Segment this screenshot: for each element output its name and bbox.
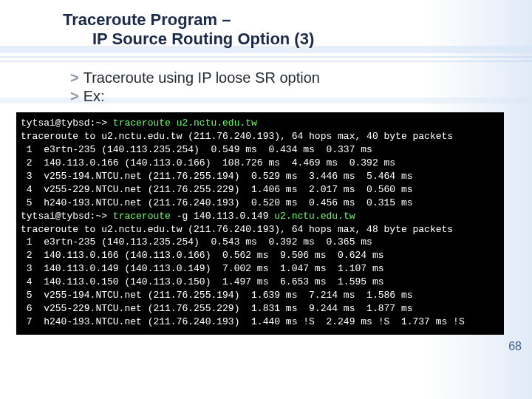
terminal-line: traceroute to u2.nctu.edu.tw (211.76.240… (21, 131, 453, 142)
terminal-line: 3 v255-194.NTCU.net (211.76.255.194) 0.5… (21, 171, 413, 182)
chevron-icon: > (70, 69, 79, 86)
command-arg-highlight: -g 140.113.0.149 (177, 211, 269, 222)
bullet-text: Ex: (83, 88, 105, 104)
command: traceroute u2.nctu.edu.tw (113, 117, 257, 129)
title-line-1: Traceroute Program – (63, 10, 231, 29)
bullet-list: >Traceroute using IP loose SR option >Ex… (70, 68, 320, 106)
terminal-line: 1 e3rtn-235 (140.113.235.254) 0.549 ms 0… (21, 144, 372, 155)
slide: Traceroute Program – IP Source Routing O… (0, 0, 532, 399)
slide-title: Traceroute Program – IP Source Routing O… (63, 10, 502, 50)
decor-band (0, 61, 532, 62)
terminal-line: 5 v255-194.NTCU.net (211.76.255.194) 1.6… (21, 290, 413, 301)
bullet-item: >Ex: (70, 88, 320, 105)
prompt: tytsai@tybsd:~> (21, 117, 113, 129)
decor-band (0, 56, 532, 58)
terminal-line: 2 140.113.0.166 (140.113.0.166) 108.726 … (21, 157, 395, 168)
chevron-icon: > (70, 88, 79, 104)
title-line-2: IP Source Routing Option (3) (63, 30, 502, 49)
terminal-line: 1 e3rtn-235 (140.113.235.254) 0.543 ms 0… (21, 236, 372, 248)
terminal-line: 5 h240-193.NTCU.net (211.76.240.193) 0.5… (21, 197, 413, 208)
terminal-line: 3 140.113.0.149 (140.113.0.149) 7.002 ms… (21, 263, 383, 274)
bullet-item: >Traceroute using IP loose SR option (70, 69, 320, 86)
terminal-output: tytsai@tybsd:~> traceroute u2.nctu.edu.t… (16, 112, 504, 335)
terminal-line: 2 140.113.0.166 (140.113.0.166) 0.562 ms… (21, 250, 383, 261)
terminal-line: 4 140.113.0.150 (140.113.0.150) 1.497 ms… (21, 276, 383, 287)
terminal-line: 6 v255-229.NTCU.net (211.76.255.229) 1.8… (21, 303, 413, 314)
bullet-text: Traceroute using IP loose SR option (83, 69, 320, 86)
command: traceroute (113, 211, 177, 222)
terminal-line: 4 v255-229.NTCU.net (211.76.255.229) 1.4… (21, 184, 413, 195)
command: u2.nctu.edu.tw (268, 211, 355, 222)
prompt: tytsai@tybsd:~> (21, 211, 113, 222)
terminal-line: 7 h240-193.NTCU.net (211.76.240.193) 1.4… (21, 316, 465, 327)
terminal-line: traceroute to u2.nctu.edu.tw (211.76.240… (21, 224, 453, 235)
page-number: 68 (508, 340, 522, 353)
